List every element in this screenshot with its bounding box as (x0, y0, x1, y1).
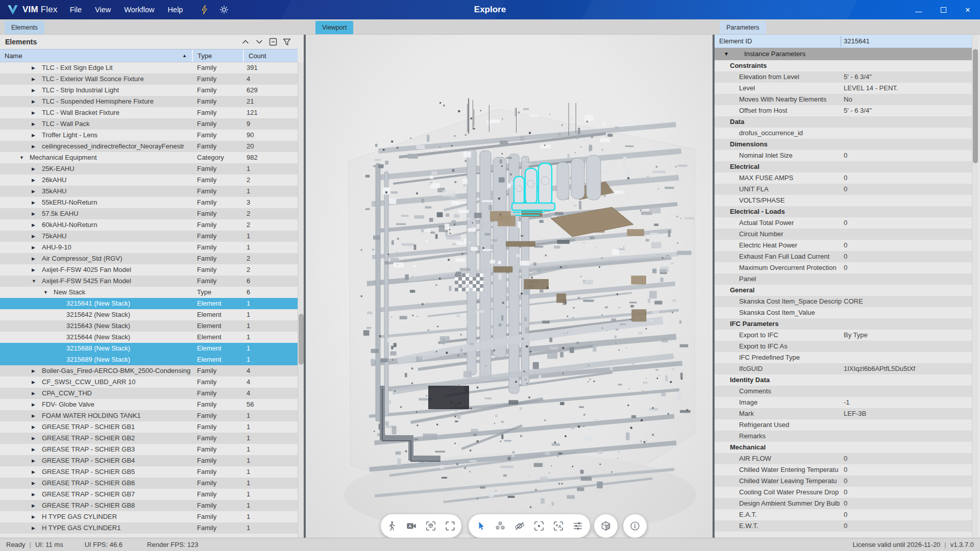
menu-workflow[interactable]: Workflow (124, 6, 154, 14)
column-header-name[interactable]: Name ▲ (0, 49, 193, 62)
focus-target-icon[interactable] (531, 518, 547, 534)
lightning-bolt-icon[interactable] (199, 4, 210, 15)
maximize-button[interactable] (931, 0, 955, 19)
parameter-row[interactable]: Comments (715, 386, 972, 397)
parameter-row[interactable]: Elevation from Level5' - 6 3/4" (715, 71, 972, 83)
parameter-row[interactable]: LevelLEVEL 14 - PENT. (715, 83, 972, 94)
parameter-row[interactable]: Nominal Inlet Size0 (715, 150, 972, 161)
tree-row[interactable]: 3215689 (New Stack)Element1 (0, 354, 298, 365)
scrollbar-thumb[interactable] (973, 49, 978, 163)
tree-row[interactable]: 3215644 (New Stack)Element1 (0, 332, 298, 343)
tree-row[interactable]: ▶TLC - Wall PackFamily9 (0, 118, 298, 130)
tree-expand-icon[interactable]: ▶ (32, 466, 41, 478)
menu-view[interactable]: View (95, 6, 111, 14)
collapse-all-icon[interactable] (267, 36, 279, 47)
tree-row[interactable]: ▶H TYPE GAS CYLINDERFamily1 (0, 511, 298, 522)
parameter-section-row[interactable]: Electrical (715, 161, 972, 172)
tree-row[interactable]: ▶TLC - Suspended Hemisphere FixtureFamil… (0, 96, 298, 107)
parameter-row[interactable]: Export to IFCBy Type (715, 330, 972, 341)
column-header-count[interactable]: Count (244, 49, 298, 62)
scrollbar-thumb[interactable] (299, 314, 304, 365)
parameter-section-row[interactable]: General (715, 285, 972, 296)
parameter-row[interactable]: Remarks (715, 431, 972, 442)
tree-row[interactable]: ▶55kERU-NoReturnFamily3 (0, 197, 298, 208)
tree-row[interactable]: ▶CPA_CCW_THDFamily4 (0, 388, 298, 399)
tree-expand-icon[interactable]: ▶ (32, 73, 41, 85)
tree-expand-icon[interactable]: ▶ (32, 141, 41, 152)
tree-expand-icon[interactable]: ▶ (32, 365, 41, 377)
parameter-row[interactable]: IfcGUID1IXIqzl6b6APtfL5Du5tXf (715, 363, 972, 374)
tree-expand-icon[interactable]: ▶ (32, 388, 41, 399)
tree-expand-icon[interactable]: ▶ (32, 107, 41, 118)
parameter-row[interactable]: Refrigerant Used (715, 419, 972, 431)
select-tool-icon[interactable] (473, 518, 488, 534)
orbit-cube-icon[interactable] (423, 518, 438, 534)
tree-expand-icon[interactable]: ▶ (32, 96, 41, 107)
parameter-section-row[interactable]: Dimensions (715, 139, 972, 150)
view-settings-icon[interactable] (570, 518, 585, 534)
tab-parameters[interactable]: Parameters (720, 21, 766, 34)
parameter-row[interactable]: E.A.T.0 (715, 509, 972, 520)
tree-expand-icon[interactable]: ▶ (32, 208, 41, 219)
tree-expand-icon[interactable]: ▶ (32, 62, 41, 73)
parameter-row[interactable]: Maximum Overcurrent Protection0 (715, 262, 972, 273)
column-header-type[interactable]: Type (193, 49, 244, 62)
instance-parameters-group[interactable]: ▼ Instance Parameters (715, 48, 972, 60)
frame-view-icon[interactable] (443, 518, 458, 534)
tree-expand-icon[interactable]: ▶ (32, 85, 41, 96)
tree-row[interactable]: 3215688 (New Stack)Element1 (0, 343, 298, 354)
parameter-row[interactable]: AIR FLOW0 (715, 453, 972, 464)
elements-scrollbar[interactable] (298, 62, 304, 538)
parameter-row[interactable]: E.W.T.0 (715, 520, 972, 532)
parameter-row[interactable]: Offset from Host5' - 6 3/4" (715, 105, 972, 116)
tree-expand-icon[interactable]: ▼ (43, 287, 53, 298)
tree-expand-icon[interactable]: ▶ (32, 264, 41, 276)
parameter-row[interactable]: Skanska Cost Item_Space DescripCORE (715, 296, 972, 307)
multi-view-icon[interactable] (493, 518, 508, 534)
tree-expand-icon[interactable]: ▶ (32, 455, 41, 466)
tree-expand-icon[interactable]: ▶ (32, 500, 41, 511)
tree-row[interactable]: ▶GREASE TRAP - SCHIER GB8Family1 (0, 500, 298, 511)
tree-expand-icon[interactable]: ▶ (32, 130, 41, 141)
parameter-row[interactable]: Exhaust Fan Full Load Current0 (715, 251, 972, 262)
tree-expand-icon[interactable]: ▶ (32, 253, 41, 264)
camera-auto-icon[interactable]: A (404, 518, 419, 534)
filter-icon[interactable] (281, 36, 292, 47)
tree-row[interactable]: 3215643 (New Stack)Element1 (0, 320, 298, 332)
tree-row[interactable]: 3215641 (New Stack)Element1 (0, 298, 298, 309)
tree-row[interactable]: ▶Boiler-Gas_Fired-AERCO-BMK_2500-Condens… (0, 365, 298, 377)
chevron-down-icon[interactable] (254, 36, 265, 47)
parameter-row[interactable]: Panel (715, 273, 972, 285)
tree-row[interactable]: ▶GREASE TRAP - SCHIER GB4Family1 (0, 455, 298, 466)
menu-help[interactable]: Help (168, 6, 183, 14)
tree-row[interactable]: ▶GREASE TRAP - SCHIER GB5Family1 (0, 466, 298, 478)
close-button[interactable]: ✕ (955, 0, 980, 19)
tree-row[interactable]: ▶TLC - Exterior Wall Sconce FixtureFamil… (0, 73, 298, 85)
tree-row[interactable]: ▶60kAHU-NoReturnFamily2 (0, 219, 298, 231)
tree-row[interactable]: ▶Troffer Light - LensFamily90 (0, 130, 298, 141)
tree-expand-icon[interactable]: ▶ (32, 174, 41, 186)
section-box-icon[interactable] (598, 518, 614, 534)
parameter-row[interactable]: MAX FUSE AMPS0 (715, 172, 972, 184)
parameter-row[interactable]: UNIT FLA0 (715, 184, 972, 195)
tree-expand-icon[interactable]: ▶ (32, 444, 41, 455)
tree-row[interactable]: ▶AHU-9-10Family1 (0, 242, 298, 253)
parameter-row[interactable]: Skanska Cost Item_Value (715, 307, 972, 318)
tree-expand-icon[interactable]: ▶ (32, 163, 41, 174)
tree-row[interactable]: ▶75kAHUFamily1 (0, 231, 298, 242)
parameter-row[interactable]: Design Ambient Summer Dry Bulb0 (715, 498, 972, 509)
no-orbit-icon[interactable] (512, 518, 527, 534)
parameter-section-row[interactable]: Mechanical (715, 442, 972, 453)
parameters-scrollbar[interactable] (972, 35, 978, 538)
parameter-row[interactable]: Chilled Water Leaving Temperatu0 (715, 475, 972, 487)
tree-expand-icon[interactable]: ▼ (19, 152, 29, 163)
tree-expand-icon[interactable]: ▶ (32, 421, 41, 433)
tree-row[interactable]: ▼New StackType6 (0, 287, 298, 298)
tree-expand-icon[interactable]: ▼ (32, 276, 41, 287)
tree-row[interactable]: ▶GREASE TRAP - SCHIER GB7Family1 (0, 489, 298, 500)
tree-expand-icon[interactable]: ▶ (32, 478, 41, 489)
tree-expand-icon[interactable]: ▶ (32, 242, 41, 253)
parameter-row[interactable]: Circuit Number (715, 229, 972, 240)
menu-file[interactable]: File (70, 6, 82, 14)
frame-selection-icon[interactable]: A (551, 518, 566, 534)
